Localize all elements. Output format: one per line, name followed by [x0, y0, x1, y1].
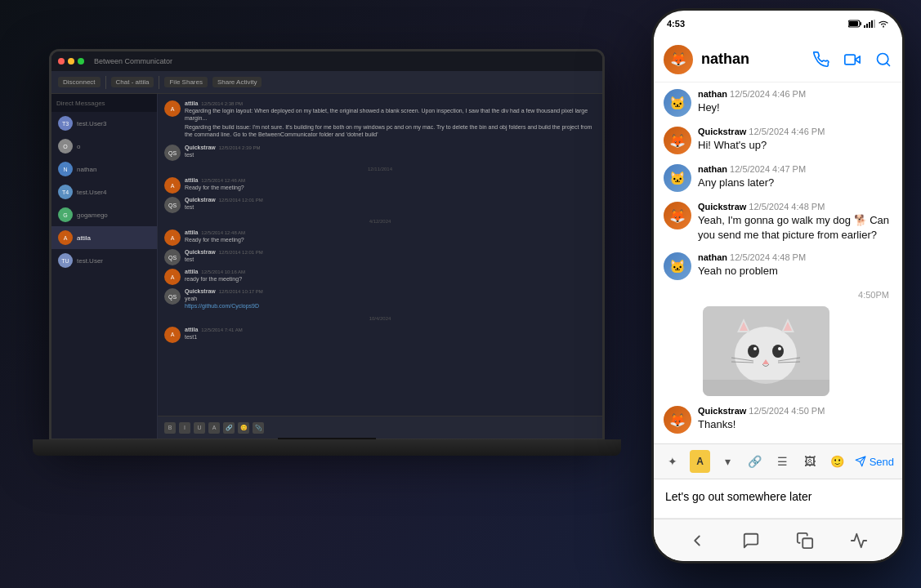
activity-button[interactable]	[844, 526, 874, 555]
message-bubble-area: nathan 12/5/2024 4:47 PM Any plans later…	[698, 164, 892, 190]
copy-icon	[796, 532, 814, 550]
font-color-button[interactable]: A	[690, 450, 711, 473]
laptop-base	[33, 439, 621, 456]
link-icon[interactable]: 🔗	[744, 450, 766, 473]
message-content: attila 12/5/2014 12:48 AM Ready for the …	[185, 229, 596, 243]
link-icon[interactable]: 🔗	[223, 422, 235, 434]
phone-status-bar: 4:53	[654, 11, 902, 37]
table-row: A attila 12/5/2014 2:38 PM Regarding the…	[164, 100, 596, 138]
fileshares-button[interactable]: File Shares	[164, 77, 207, 87]
message-time: 12/5/2014 12:46 AM	[201, 178, 245, 183]
phone-messages: 🐱 nathan 12/5/2024 4:46 PM Hey! 🦊 Quicks…	[654, 82, 902, 443]
video-call-icon[interactable]	[843, 51, 861, 69]
sidebar-label-testuser3: test.User3	[77, 120, 106, 127]
search-icon[interactable]	[874, 51, 892, 69]
table-row: QS Quickstraw 12/5/2014 10:17 PM yeah ht…	[164, 288, 596, 310]
italic-icon[interactable]: I	[179, 422, 190, 434]
message-header: Quickstraw 12/5/2014 12:01 PM	[185, 197, 596, 203]
message-bubble-area: Quickstraw 12/5/2024 4:46 PM Hi! What's …	[698, 127, 892, 153]
sidebar-label-gogamego: gogamego	[77, 212, 108, 219]
message-text: Hey!	[698, 100, 892, 115]
svg-rect-5	[869, 22, 870, 28]
shareactivity-button[interactable]: Share Activity	[212, 77, 262, 87]
message-time: 12/5/2014 2:38 PM	[201, 101, 243, 106]
svg-point-20	[753, 347, 757, 350]
message-text: Yeah no problem	[698, 264, 892, 278]
message-content: attila 12/5/2014 12:46 AM Ready for the …	[185, 177, 596, 191]
bottom-nav	[654, 519, 902, 561]
phone-call-icon[interactable]	[812, 51, 830, 69]
phone-chat-header: 🦊 nathan	[654, 37, 902, 82]
svg-rect-7	[874, 20, 875, 28]
table-row: A attila 12/5/2014 7:41 AM test1	[164, 327, 596, 343]
sidebar-item-o[interactable]: O o	[51, 135, 157, 158]
sidebar-label-nathan: nathan	[77, 166, 96, 173]
contact-name: nathan	[701, 51, 804, 68]
chat-bubble-icon	[742, 532, 760, 550]
underline-icon[interactable]: U	[194, 422, 205, 434]
message-input[interactable]: Let's go out somewhere later	[654, 479, 902, 519]
avatar: QS	[164, 197, 181, 213]
svg-rect-6	[871, 20, 873, 28]
avatar: A	[164, 100, 181, 117]
sender-name: nathan	[698, 164, 727, 174]
back-button[interactable]	[682, 526, 712, 555]
chat-button[interactable]: Chat - attila	[111, 77, 154, 87]
message-text: Any plans later?	[698, 176, 892, 190]
chevron-down-icon[interactable]: ▾	[717, 450, 738, 473]
cat-image-container	[703, 303, 892, 396]
svg-rect-3	[864, 25, 865, 28]
send-button[interactable]: Send	[855, 456, 894, 468]
attach-icon[interactable]: 📎	[253, 422, 264, 434]
app-title: Between Communicator	[94, 57, 172, 65]
list-icon[interactable]: ☰	[772, 450, 794, 473]
copy-button[interactable]	[790, 526, 820, 555]
message-header: attila 12/5/2014 2:38 PM	[185, 100, 596, 106]
color-icon[interactable]: A	[208, 422, 220, 434]
sidebar-label-attila: attila	[77, 234, 91, 242]
message-meta: nathan 12/5/2024 4:47 PM	[698, 164, 892, 174]
emoji-icon[interactable]: 😊	[238, 422, 249, 434]
home-chat-button[interactable]	[736, 526, 766, 555]
sidebar-item-attila[interactable]: A attila	[51, 226, 157, 249]
message-meta: nathan 12/5/2024 4:46 PM	[698, 89, 892, 99]
message-header: attila 12/5/2014 7:41 AM	[185, 327, 596, 332]
message-header: attila 12/5/2014 10:16 AM	[185, 269, 596, 274]
table-row: A attila 12/5/2014 10:16 AM ready for th…	[164, 269, 596, 285]
message-group: 🦊 Quickstraw 12/5/2024 4:48 PM Yeah, I'm…	[664, 202, 892, 243]
sidebar-item-testuser3[interactable]: T3 test.User3	[51, 112, 157, 135]
avatar: QS	[164, 249, 181, 265]
format-icon[interactable]: B	[164, 422, 176, 434]
message-text: Ready for the meeting?	[185, 184, 596, 191]
laptop: Between Communicator Disconnect Chat - a…	[49, 49, 637, 523]
sidebar-item-testuser[interactable]: TU test.User	[51, 249, 157, 272]
message-group: 🐱 nathan 12/5/2024 4:48 PM Yeah no probl…	[664, 252, 892, 280]
svg-point-19	[772, 345, 784, 358]
table-row: QS Quickstraw 12/5/2014 12:01 PM test	[164, 197, 596, 213]
message-bubble-area: nathan 12/5/2024 4:46 PM Hey!	[698, 89, 892, 115]
maximize-dot[interactable]	[78, 58, 84, 65]
message-bubble-area: Quickstraw 12/5/2024 4:50 PM Thanks!	[698, 406, 892, 432]
sparkle-icon[interactable]: ✦	[662, 450, 683, 473]
date-divider: 10/4/2024	[164, 314, 596, 323]
svg-marker-8	[855, 56, 860, 62]
sidebar: Direct Messages T3 test.User3 O o N nath…	[51, 94, 158, 439]
date-divider: 12/11/2014	[164, 164, 596, 174]
send-label: Send	[870, 456, 894, 468]
svg-rect-9	[845, 55, 856, 65]
chat-area: A attila 12/5/2014 2:38 PM Regarding the…	[158, 94, 602, 439]
disconnect-button[interactable]: Disconnect	[58, 77, 101, 87]
svg-point-21	[778, 347, 781, 350]
sender-name: nathan	[698, 252, 727, 262]
minimize-dot[interactable]	[68, 58, 74, 65]
avatar-testuser3: T3	[58, 116, 73, 131]
sidebar-item-gogamego[interactable]: G gogamego	[51, 203, 157, 226]
sidebar-item-testuser4[interactable]: T4 test.User4	[51, 180, 157, 203]
svg-rect-27	[703, 380, 829, 396]
sidebar-item-nathan[interactable]: N nathan	[51, 158, 157, 180]
close-dot[interactable]	[58, 58, 65, 65]
image-icon[interactable]: 🖼	[799, 450, 820, 473]
status-icons	[848, 20, 889, 28]
emoji-icon[interactable]: 🙂	[827, 450, 848, 473]
toolbar-separator-2	[159, 76, 159, 89]
